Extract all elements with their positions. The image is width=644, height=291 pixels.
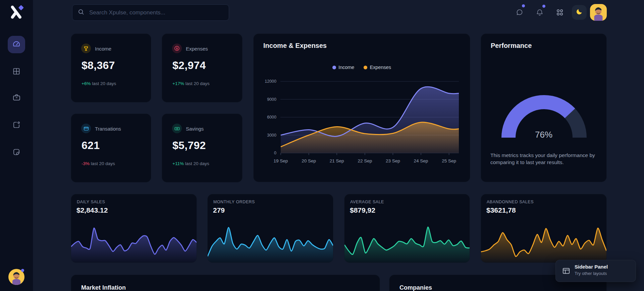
y-tick-label: 9000 xyxy=(257,97,276,102)
y-tick-label: 6000 xyxy=(257,115,276,120)
sidebar-panel-tooltip[interactable]: Sidebar Panel Try other layouts xyxy=(555,260,636,282)
stat-card-expenses: $ Expenses $2,974 +17% last 20 days xyxy=(162,33,243,102)
abandonned-sales-card: ABANDONNED SALES $3621,78 xyxy=(481,194,607,263)
tooltip-subtitle: Try other layouts xyxy=(575,271,607,276)
notification-badge-dot xyxy=(542,5,545,8)
tooltip-title: Sidebar Panel xyxy=(575,264,608,270)
average-sale-sparkline xyxy=(344,222,470,263)
x-tick-label: 21 Sep xyxy=(326,158,347,163)
dashboard-page: Income $8,367 +6% last 20 days $ Expense… xyxy=(0,0,644,291)
mini-card-label: AVERAGE SALE xyxy=(350,200,384,204)
mini-card-value: $879,92 xyxy=(350,206,375,214)
legend-label: Income xyxy=(338,65,355,70)
trophy-icon xyxy=(81,44,91,53)
y-tick-label: 0 xyxy=(257,151,276,155)
briefcase-icon xyxy=(12,93,21,103)
stat-trend: +17% last 20 days xyxy=(172,81,210,86)
stat-value: $8,367 xyxy=(82,59,115,72)
sidebar-item-dashboard[interactable] xyxy=(8,36,25,53)
sidebar xyxy=(0,0,33,291)
stat-value: 621 xyxy=(82,139,100,152)
stat-trend: +6% last 20 days xyxy=(82,81,116,86)
daily-sales-card: DAILY SALES $2,843.12 xyxy=(71,194,197,263)
sticker-icon xyxy=(12,148,20,157)
stat-value: $5,792 xyxy=(172,139,206,152)
mini-card-value: 279 xyxy=(213,206,225,214)
sidebar-item-widgets[interactable] xyxy=(8,63,25,81)
mini-card-value: $2,843.12 xyxy=(76,206,108,214)
banknote-icon xyxy=(172,124,182,133)
income-legend-dot xyxy=(332,66,336,69)
stat-trend: +11% last 20 days xyxy=(172,161,209,166)
stat-label: Expenses xyxy=(186,46,208,52)
sidebar-item-projects[interactable] xyxy=(8,89,25,106)
expenses-legend-dot xyxy=(364,66,367,69)
stat-value: $2,974 xyxy=(172,59,206,72)
x-axis-labels: 19 Sep20 Sep21 Sep22 Sep23 Sep24 Sep25 S… xyxy=(280,158,459,165)
performance-card: Performance 76% This metrics tracks your… xyxy=(481,33,607,182)
income-expenses-chart-card: Income & Expenses Income Expenses 030006… xyxy=(253,33,470,182)
stat-card-savings: Savings $5,792 +11% last 20 days xyxy=(162,114,243,183)
theme-toggle-button[interactable] xyxy=(572,5,587,20)
chat-icon[interactable] xyxy=(516,8,524,16)
x-tick-label: 19 Sep xyxy=(270,158,291,163)
svg-text:$: $ xyxy=(176,47,178,50)
stat-label: Savings xyxy=(186,126,204,132)
search-bar xyxy=(72,4,229,21)
card-title: Companies xyxy=(399,284,432,291)
mini-card-label: DAILY SALES xyxy=(77,200,105,204)
stat-label: Transations xyxy=(95,126,121,132)
card-title: Market Inflation xyxy=(81,284,126,291)
market-inflation-card: Market Inflation xyxy=(71,275,380,291)
area-chart-plot xyxy=(280,77,459,161)
apps-grid-icon[interactable] xyxy=(556,9,564,17)
search-icon xyxy=(77,8,85,17)
bell-icon[interactable] xyxy=(536,8,544,16)
x-tick-label: 22 Sep xyxy=(354,158,376,163)
dollar-circle-icon: $ xyxy=(172,44,182,53)
y-tick-label: 12000 xyxy=(257,79,276,84)
monthly-orders-card: MONTHLY ORDERS 279 xyxy=(207,194,333,263)
stat-label: Income xyxy=(95,46,111,52)
abandonned-sales-sparkline xyxy=(481,222,606,263)
performance-title: Performance xyxy=(491,42,532,50)
mini-card-label: ABANDONNED SALES xyxy=(487,200,534,204)
legend-label: Expenses xyxy=(370,65,391,70)
search-input[interactable] xyxy=(89,9,224,16)
performance-percent: 76% xyxy=(481,130,606,140)
moon-icon xyxy=(576,8,583,17)
xpulse-logo-icon[interactable] xyxy=(9,4,24,20)
y-tick-label: 3000 xyxy=(257,133,276,138)
sidebar-item-notifications-frame[interactable] xyxy=(8,117,25,134)
frame-dot-icon xyxy=(12,121,20,130)
x-tick-label: 20 Sep xyxy=(298,158,320,163)
x-tick-label: 24 Sep xyxy=(410,158,432,163)
stat-trend: -3% last 20 days xyxy=(82,161,115,166)
dashboard-gauge-icon xyxy=(12,40,21,50)
legend-item-income[interactable]: Income xyxy=(332,65,355,70)
stat-card-transactions: Transations 621 -3% last 20 days xyxy=(71,114,151,183)
grid-icon xyxy=(12,67,20,77)
chat-badge-dot xyxy=(522,4,525,7)
chart-legend: Income Expenses xyxy=(254,65,470,70)
sidebar-item-notes[interactable] xyxy=(8,144,25,161)
mini-card-label: MONTHLY ORDERS xyxy=(213,200,255,204)
layout-panel-icon xyxy=(562,267,571,275)
credit-card-icon xyxy=(81,124,91,133)
x-tick-label: 23 Sep xyxy=(382,158,404,163)
x-tick-label: 25 Sep xyxy=(438,158,460,163)
online-status-dot xyxy=(21,269,24,272)
monthly-orders-sparkline xyxy=(208,222,333,263)
daily-sales-sparkline xyxy=(71,222,197,263)
performance-description: This metrics tracks your daily performan… xyxy=(490,152,602,166)
average-sale-card: AVERAGE SALE $879,92 xyxy=(344,194,470,263)
mini-card-value: $3621,78 xyxy=(486,206,516,214)
stat-card-income: Income $8,367 +6% last 20 days xyxy=(71,33,151,102)
legend-item-expenses[interactable]: Expenses xyxy=(364,65,391,70)
profile-avatar[interactable] xyxy=(590,4,607,21)
